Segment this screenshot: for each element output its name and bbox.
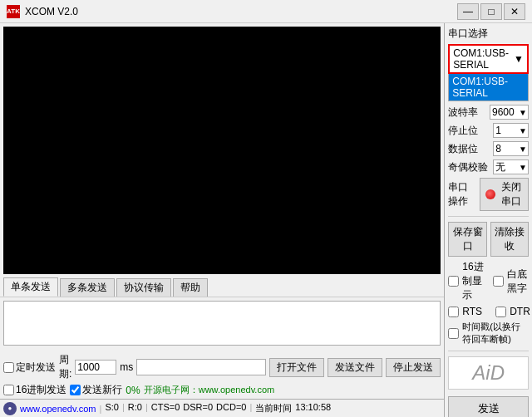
status-sep3: | <box>145 402 148 415</box>
red-indicator <box>485 189 495 199</box>
dcd-label: DCD=0 <box>216 402 246 415</box>
time-value: 13:10:58 <box>295 402 331 415</box>
save-clear-row: 保存窗口 清除接收 <box>448 222 529 257</box>
timed-send-checkbox[interactable] <box>3 362 14 373</box>
app-icon-text: ATK <box>7 7 20 15</box>
aid-area: AiD <box>448 356 529 390</box>
status-sep4: | <box>249 402 252 415</box>
databit-label: 数据位 <box>448 142 490 156</box>
titlebar: ATK XCOM V2.0 — □ ✕ <box>0 0 532 23</box>
titlebar-left: ATK XCOM V2.0 <box>7 5 78 18</box>
tab-protocol[interactable]: 协议传输 <box>116 278 171 297</box>
baud-row: 波特率 9600 115200 ▼ <box>448 105 529 120</box>
dtr-label: DTR <box>510 306 530 317</box>
open-file-button[interactable]: 打开文件 <box>269 358 324 377</box>
timestamp-row: 时间戳(以换行符回车断帧) <box>448 321 529 346</box>
close-serial-label: 关闭串口 <box>499 180 523 208</box>
clear-receive-button[interactable]: 清除接收 <box>490 222 529 257</box>
newline-checkbox[interactable] <box>70 385 81 395</box>
s-label: S:0 <box>105 402 119 415</box>
serial-port-option[interactable]: COM1:USB-SERIAL <box>448 74 529 101</box>
cts-label: CTS=0 <box>151 402 180 415</box>
baud-label: 波特率 <box>448 105 486 120</box>
stop-send-button[interactable]: 停止发送 <box>386 358 441 377</box>
status-sep1: | <box>100 404 102 414</box>
serial-select-title: 串口选择 <box>448 27 529 41</box>
status-items: S:0 | R:0 | CTS=0 DSR=0 DCD=0 | 当前时间 13:… <box>105 402 331 415</box>
r-label: R:0 <box>128 402 142 415</box>
save-window-button[interactable]: 保存窗口 <box>448 222 486 257</box>
bottom-row1: 定时发送 周期: ms 打开文件 发送文件 停止发送 <box>3 353 441 381</box>
parity-label: 奇偶校验 <box>448 160 490 174</box>
period-input[interactable] <box>75 360 116 375</box>
status-icon: ● <box>3 402 17 415</box>
serial-op-row: 串口操作 关闭串口 <box>448 178 529 211</box>
dsr-label: DSR=0 <box>183 402 213 415</box>
close-serial-button[interactable]: 关闭串口 <box>480 178 529 211</box>
serial-port-dropdown-wrapper: COM1:USB-SERIAL ▼ COM1:USB-SERIAL <box>448 44 529 101</box>
tab-help[interactable]: 帮助 <box>173 278 208 297</box>
divider2 <box>448 351 529 351</box>
ms-label: ms <box>120 361 133 373</box>
maximize-button[interactable]: □ <box>480 3 502 20</box>
app-title: XCOM V2.0 <box>25 6 78 17</box>
window-controls: — □ ✕ <box>457 3 525 20</box>
left-panel: 单条发送 多条发送 协议传输 帮助 定时发送 周期: ms 打开文件 发送文件 <box>0 23 445 417</box>
timestamp-label: 时间戳(以换行符回车断帧) <box>462 321 529 346</box>
aid-text: AiD <box>472 361 505 385</box>
parity-select-wrapper: 无 奇 偶 ▼ <box>493 159 529 174</box>
progress-percent: 0% <box>126 385 140 396</box>
minimize-button[interactable]: — <box>457 3 479 20</box>
send-button[interactable]: 发送 <box>448 396 529 417</box>
hex-display-checkbox[interactable] <box>448 276 459 287</box>
serial-port-select[interactable]: COM1:USB-SERIAL ▼ <box>448 44 529 74</box>
timed-send-label: 定时发送 <box>3 361 56 375</box>
tabs-row: 单条发送 多条发送 协议传输 帮助 <box>0 274 444 297</box>
rts-dtr-row: RTS DTR <box>448 306 529 317</box>
dropdown-arrow-icon: ▼ <box>514 53 524 65</box>
parity-row: 奇偶校验 无 奇 偶 ▼ <box>448 159 529 174</box>
bottom-controls: 定时发送 周期: ms 打开文件 发送文件 停止发送 16进制发送 发送新行 <box>0 351 444 399</box>
rts-checkbox[interactable] <box>448 307 459 317</box>
terminal-area <box>3 27 441 274</box>
hex-display-label: 16进制显示 <box>462 260 490 302</box>
tab-single-send[interactable]: 单条发送 <box>3 277 58 297</box>
hex-send-label: 16进制发送 <box>3 383 66 397</box>
white-black-checkbox[interactable] <box>493 276 504 287</box>
right-panel: 串口选择 COM1:USB-SERIAL ▼ COM1:USB-SERIAL 波… <box>445 23 532 417</box>
tab-multi-send[interactable]: 多条发送 <box>60 278 115 297</box>
databit-select-wrapper: 8 7 ▼ <box>493 141 529 156</box>
stopbit-label: 停止位 <box>448 124 490 138</box>
stopbit-select[interactable]: 1 2 <box>493 123 529 138</box>
white-black-label: 白底黑字 <box>507 267 529 296</box>
hex-send-checkbox[interactable] <box>3 385 14 395</box>
send-textarea[interactable] <box>3 301 441 346</box>
app-icon: ATK <box>7 5 20 18</box>
timestamp-checkbox[interactable] <box>448 328 459 339</box>
rts-label: RTS <box>462 306 482 317</box>
hex-display-row: 16进制显示 白底黑字 <box>448 260 529 302</box>
main-layout: 单条发送 多条发送 协议传输 帮助 定时发送 周期: ms 打开文件 发送文件 <box>0 23 532 417</box>
stopbit-row: 停止位 1 2 ▼ <box>448 123 529 138</box>
statusbar: ● www.openedv.com | S:0 | R:0 | CTS=0 DS… <box>0 399 444 417</box>
site-label: 开源电子网：www.openedv.com <box>144 384 275 396</box>
close-button[interactable]: ✕ <box>504 3 525 20</box>
bottom-row2: 16进制发送 发送新行 0% 开源电子网：www.openedv.com <box>3 383 441 397</box>
newline-label: 发送新行 <box>70 383 122 397</box>
baud-select[interactable]: 9600 115200 <box>490 105 529 120</box>
divider1 <box>448 216 529 217</box>
status-sep2: | <box>122 402 125 415</box>
serial-op-label: 串口操作 <box>448 180 476 208</box>
serial-port-value: COM1:USB-SERIAL <box>453 47 514 71</box>
databit-select[interactable]: 8 7 <box>493 141 529 156</box>
parity-select[interactable]: 无 奇 偶 <box>493 159 529 174</box>
status-icon-char: ● <box>8 405 12 412</box>
status-link[interactable]: www.openedv.com <box>20 404 96 414</box>
send-file-button[interactable]: 发送文件 <box>328 358 382 377</box>
dtr-checkbox[interactable] <box>495 307 506 317</box>
send-text-input[interactable] <box>136 359 266 375</box>
databit-row: 数据位 8 7 ▼ <box>448 141 529 156</box>
baud-select-wrapper: 9600 115200 ▼ <box>490 105 529 120</box>
time-label: 当前时间 <box>255 402 292 415</box>
send-area <box>0 297 444 351</box>
